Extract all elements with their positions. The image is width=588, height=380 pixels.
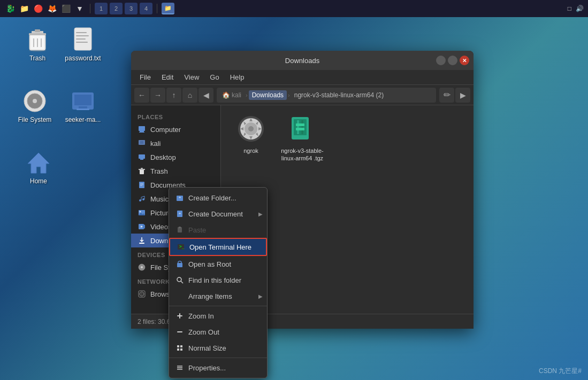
filesystem-icon-sm: [138, 263, 146, 272]
ctx-normal-size-icon: [175, 344, 184, 352]
home-nav-button[interactable]: ⌂: [182, 88, 197, 103]
menu-view[interactable]: View: [180, 72, 203, 82]
sidebar-item-kali[interactable]: kali: [131, 136, 220, 150]
svg-rect-60: [296, 128, 304, 130]
toolbar: ← → ↑ ⌂ ◀ 🏠 kali › Downloads › ngrok-v3-…: [131, 85, 474, 105]
svg-rect-44: [139, 243, 144, 244]
back-button[interactable]: ←: [134, 88, 149, 103]
svg-rect-11: [76, 35, 89, 36]
svg-rect-22: [139, 126, 145, 131]
svg-rect-18: [74, 95, 91, 105]
computer-icon: [138, 125, 146, 134]
bc-home-item[interactable]: 🏠 kali: [219, 90, 245, 100]
network-icon: [138, 290, 146, 298]
menu-file[interactable]: File: [135, 72, 155, 82]
ctx-create-folder[interactable]: + Create Folder...: [169, 190, 267, 206]
pictures-icon: [138, 208, 146, 217]
music-icon: [138, 195, 146, 203]
svg-line-71: [181, 281, 183, 283]
workspace-btn-1[interactable]: 1: [95, 3, 108, 14]
desktop-icon-filesystem[interactable]: File System: [13, 88, 56, 123]
taskbar-app-icon-5: ⬛: [60, 3, 72, 14]
search-button[interactable]: ✏: [439, 88, 454, 103]
svg-rect-69: [177, 263, 182, 267]
svg-rect-8: [29, 33, 46, 35]
svg-text:+: +: [179, 211, 181, 216]
svg-point-46: [141, 266, 143, 268]
ctx-open-as-root[interactable]: Open as Root: [169, 256, 267, 272]
trash-sidebar-label: Trash: [150, 167, 168, 175]
ctx-zoom-out-icon: [175, 328, 184, 336]
ctx-arrange-items[interactable]: Arrange Items ▶: [169, 288, 267, 304]
svg-rect-59: [296, 123, 304, 126]
menu-go[interactable]: Go: [205, 72, 223, 82]
taskbar-volume-icon[interactable]: 🔊: [576, 5, 584, 12]
bc-downloads-item[interactable]: Downloads: [249, 90, 287, 100]
ctx-root-icon: [175, 260, 184, 268]
taskbar-separator-2: [157, 4, 157, 13]
ngrok-label: ngrok: [243, 147, 258, 154]
ctx-open-terminal[interactable]: >_ Open Terminal Here: [169, 238, 267, 256]
svg-rect-74: [177, 331, 182, 332]
svg-rect-34: [140, 184, 143, 185]
ngrok-icon: [236, 114, 266, 144]
password-icon: [70, 27, 96, 52]
computer-label: Computer: [150, 126, 181, 134]
prev-location-button[interactable]: ◀: [198, 88, 213, 103]
sidebar-item-trash[interactable]: Trash: [131, 164, 220, 178]
trash-icon-sm: [138, 167, 146, 175]
taskbar-window-control-1[interactable]: □: [568, 5, 571, 12]
close-button[interactable]: ✕: [460, 56, 469, 65]
workspace-btn-2[interactable]: 2: [110, 3, 123, 14]
ctx-find-in-folder[interactable]: Find in this folder: [169, 272, 267, 288]
taskbar-app-icon-1: 🐉: [4, 3, 16, 14]
places-section-title: Places: [131, 110, 220, 122]
next-location-button[interactable]: ▶: [455, 88, 470, 103]
minimize-button[interactable]: [436, 56, 446, 65]
trash-icon: [25, 27, 50, 52]
svg-point-54: [248, 126, 254, 131]
desktop-icon-password[interactable]: password.txt: [62, 27, 104, 62]
desktop-icon-sm: [138, 153, 146, 161]
svg-text:+: +: [179, 195, 181, 200]
sidebar-item-computer[interactable]: Computer: [131, 122, 220, 136]
menu-edit[interactable]: Edit: [157, 72, 178, 82]
ctx-create-document[interactable]: + Create Document ▶: [169, 206, 267, 222]
menu-help[interactable]: Help: [226, 72, 249, 82]
desktop-icon-seekerma[interactable]: seeker-ma...: [62, 88, 104, 123]
svg-rect-28: [140, 159, 143, 160]
seekerma-icon: [70, 88, 96, 114]
documents-icon: [138, 181, 146, 189]
ctx-normal-size[interactable]: Normal Size: [169, 340, 267, 356]
desktop-icon-trash[interactable]: Trash: [16, 27, 59, 62]
ctx-zoom-in[interactable]: Zoom In: [169, 308, 267, 324]
svg-rect-35: [140, 185, 142, 186]
ctx-zoom-out[interactable]: Zoom Out: [169, 324, 267, 340]
svg-rect-31: [141, 168, 143, 169]
ctx-zoom-in-label: Zoom In: [188, 312, 214, 320]
svg-rect-30: [139, 169, 145, 170]
svg-rect-27: [139, 154, 145, 159]
taskbar-filemanager-btn[interactable]: 📁: [162, 3, 174, 14]
forward-button[interactable]: →: [150, 88, 165, 103]
svg-rect-56: [294, 119, 307, 135]
taskbar-right: □ 🔊: [568, 5, 584, 12]
up-button[interactable]: ↑: [166, 88, 181, 103]
workspace-btn-4[interactable]: 4: [140, 3, 152, 14]
svg-rect-33: [140, 183, 143, 184]
password-label: password.txt: [65, 55, 101, 62]
filesystem-icon: [22, 88, 48, 114]
sidebar-item-desktop[interactable]: Desktop: [131, 150, 220, 164]
svg-rect-77: [177, 348, 179, 351]
ctx-properties[interactable]: Properties...: [169, 360, 267, 376]
ctx-normal-size-label: Normal Size: [188, 344, 226, 352]
bc-ngrok-item[interactable]: ngrok-v3-stable-linux-arm64 (2): [291, 90, 387, 100]
desktop-icon-home[interactable]: Home: [17, 150, 60, 185]
workspace-btn-3[interactable]: 3: [125, 3, 138, 14]
taskbar: 🐉 📁 🔴 🦊 ⬛ ▼ 1 2 3 4 📁 □ 🔊: [0, 0, 588, 17]
maximize-button[interactable]: [448, 56, 457, 65]
svg-rect-29: [140, 169, 144, 174]
home-label: Home: [30, 177, 47, 185]
file-item-ngrok[interactable]: ngrok: [230, 114, 272, 162]
file-item-ngrok-tgz[interactable]: ngrok-v3-stable-linux-arm64 .tgz: [281, 114, 324, 162]
